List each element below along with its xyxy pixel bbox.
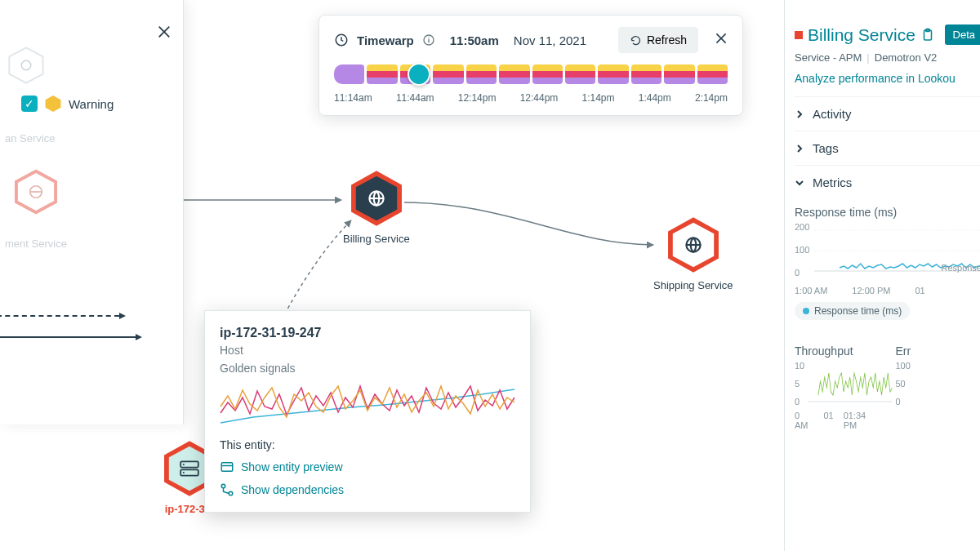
timewarp-date: Nov 11, 2021 (514, 33, 586, 47)
node-shipping[interactable]: Shipping Service (653, 216, 733, 291)
ghost-hex-mid (13, 169, 170, 218)
entity-tooltip: ip-172-31-19-247 Host Golden signals Thi… (204, 310, 531, 513)
timewarp-panel: Timewarp 11:50am Nov 11, 2021 Refresh 11… (318, 15, 743, 116)
status-square-icon (795, 31, 803, 39)
tooltip-signals-label: Golden signals (220, 362, 515, 375)
node-billing[interactable]: Billing Service (343, 169, 410, 245)
svg-point-26 (428, 37, 429, 38)
svg-marker-17 (9, 47, 42, 82)
node-label: Billing Service (343, 233, 410, 245)
chevron-right-icon (795, 144, 804, 153)
tooltip-type: Host (220, 344, 515, 357)
section-activity[interactable]: Activity (795, 96, 980, 131)
details-sidebar: Billing Service Deta Service - APM|Demot… (784, 0, 980, 551)
time-ticks: 11:14am11:44am12:14pm12:44pm1:14pm1:44pm… (334, 92, 728, 104)
clock-icon (334, 33, 349, 47)
throughput-chart: 10 5 0 0 AM0101:34 PM (795, 361, 880, 414)
timewarp-time: 11:50am (450, 33, 499, 47)
time-slider[interactable] (334, 64, 728, 84)
timewarp-label: Timewarp (357, 33, 414, 47)
refresh-button[interactable]: Refresh (618, 27, 698, 53)
clipboard-icon[interactable] (920, 28, 935, 42)
section-metrics[interactable]: Metrics (795, 165, 980, 199)
svg-marker-19 (46, 96, 61, 112)
throughput-title: Throughput (795, 344, 880, 358)
error-title: Err (896, 344, 981, 358)
golden-signals-sparkline (220, 378, 515, 427)
svg-point-32 (229, 491, 233, 495)
ghost-service-bottom: ment Service (5, 238, 170, 250)
legend-dashed-line (0, 315, 119, 317)
node-label: Shipping Service (653, 279, 733, 291)
filter-panel: ✓ Warning an Service ment Service (0, 0, 184, 424)
svg-point-31 (221, 484, 225, 488)
svg-point-14 (183, 472, 185, 473)
chevron-right-icon (795, 109, 804, 119)
ghost-service-top: an Service (5, 132, 170, 144)
svg-point-18 (21, 60, 31, 70)
close-icon[interactable] (157, 24, 172, 42)
svg-rect-29 (221, 463, 233, 472)
dependencies-icon (220, 482, 234, 497)
section-tags[interactable]: Tags (795, 131, 980, 165)
warning-hex-icon (44, 95, 62, 113)
time-knob[interactable] (408, 63, 430, 86)
response-time-chart: 200 100 0 Response 1:00 AM12:00 PM01 (795, 222, 980, 295)
show-dependencies-link[interactable]: Show dependencies (220, 482, 515, 497)
timewarp-close-icon[interactable] (715, 32, 728, 48)
chevron-down-icon (795, 178, 804, 188)
info-icon[interactable] (422, 33, 435, 47)
tooltip-this-entity: This entity: (220, 438, 515, 451)
analyze-link[interactable]: Analyze performance in Lookou (795, 72, 980, 85)
legend-solid-line (0, 336, 136, 338)
refresh-icon (630, 34, 642, 47)
show-preview-link[interactable]: Show entity preview (220, 460, 515, 474)
service-title[interactable]: Billing Service (808, 25, 915, 45)
response-time-title: Response time (ms) (795, 206, 980, 219)
warning-label: Warning (69, 97, 114, 111)
details-button[interactable]: Deta (945, 24, 980, 45)
error-chart: 100 50 0 (896, 361, 981, 414)
preview-icon (220, 460, 234, 474)
ghost-hex-top (7, 46, 46, 88)
svg-point-13 (183, 464, 185, 465)
warning-checkbox[interactable]: ✓ (21, 96, 38, 112)
tooltip-title: ip-172-31-19-247 (220, 326, 515, 340)
response-time-legend[interactable]: Response time (ms) (795, 302, 910, 320)
service-subtitle: Service - APM|Demotron V2 (795, 51, 980, 64)
